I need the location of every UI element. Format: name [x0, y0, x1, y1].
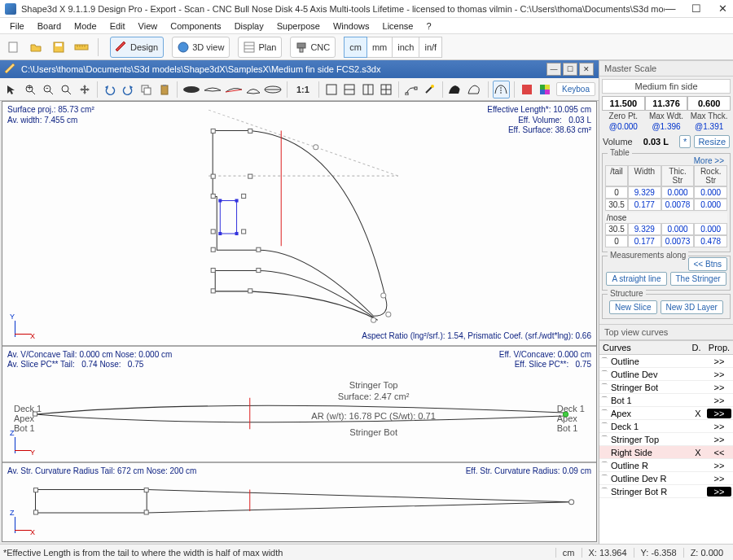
menu-help[interactable]: ?	[419, 20, 437, 33]
curve-props-button[interactable]: >>	[707, 357, 731, 366]
unit-inf-button[interactable]: in/f	[419, 37, 442, 58]
curve-props-button[interactable]: >>	[707, 422, 731, 431]
statusbar: *Effective Length is from the tail to wh…	[0, 544, 733, 560]
zoom-fit-icon[interactable]	[58, 81, 74, 98]
stringer-button[interactable]: The Stringer	[670, 272, 726, 286]
doc-minimize-button[interactable]: —	[546, 63, 561, 76]
menu-mode[interactable]: Mode	[68, 20, 103, 33]
new-3d-layer-button[interactable]: New 3D Layer	[661, 300, 723, 314]
straight-line-button[interactable]: A straight line	[606, 272, 666, 286]
structure-fieldset: Structure New Slice New 3D Layer	[602, 294, 731, 319]
curve-props-button[interactable]: >>	[707, 383, 731, 392]
minimize-button[interactable]: —	[665, 3, 676, 15]
close-button[interactable]: ✕	[717, 3, 728, 15]
menu-display[interactable]: Display	[228, 20, 270, 33]
undo-icon[interactable]	[102, 81, 118, 98]
curve-display-flag[interactable]: X	[689, 409, 707, 418]
dim-thick[interactable]: 0.600	[687, 96, 731, 111]
svg-point-67	[314, 145, 318, 150]
curve-props-button[interactable]: >>	[707, 474, 731, 483]
curve-props-button[interactable]: >>	[707, 396, 731, 405]
palette-grid-icon[interactable]	[537, 81, 553, 98]
btns-toggle[interactable]: << Btns	[688, 257, 727, 271]
curve-props-button[interactable]: >>	[707, 487, 731, 497]
keyboard-button[interactable]: Keyboa	[556, 82, 595, 96]
zoom-ratio[interactable]: 1:1	[292, 85, 314, 94]
zoom-in-icon[interactable]: +	[21, 81, 37, 98]
doc-maximize-button[interactable]: ☐	[563, 63, 577, 76]
curve-display-flag[interactable]: X	[689, 448, 707, 457]
maximize-button[interactable]: ☐	[691, 3, 702, 15]
pane-rocker-view[interactable]: Av. Str. Curvature Radius Tail: 672 cm N…	[2, 463, 596, 541]
redo-icon[interactable]	[120, 81, 136, 98]
doc-close-button[interactable]: ✕	[579, 63, 594, 76]
paste-icon[interactable]	[156, 81, 173, 98]
star-button[interactable]: *	[679, 135, 691, 148]
menu-license[interactable]: License	[376, 20, 420, 33]
menu-file[interactable]: File	[3, 20, 31, 33]
curve-row[interactable]: ⌒Stringer Bot>>	[599, 381, 733, 394]
shape-rocker-icon[interactable]	[224, 81, 244, 98]
unit-cm-button[interactable]: cm	[344, 37, 367, 58]
shape-outline-icon[interactable]	[182, 81, 201, 98]
curve-row[interactable]: ⌒Outline R>>	[599, 459, 733, 472]
curve-props-button[interactable]: >>	[707, 370, 731, 379]
pane-slice-view[interactable]: Av. V/Concave Tail: 0.000 cm Nose: 0.000…	[2, 347, 596, 464]
mode-plan-button[interactable]: Plan	[238, 37, 282, 58]
dim-width[interactable]: 11.376	[645, 96, 688, 111]
curve-props-button[interactable]: >>	[707, 435, 731, 444]
layout-4-icon[interactable]	[378, 81, 394, 98]
new-slice-button[interactable]: New Slice	[609, 300, 656, 314]
pan-icon[interactable]	[76, 81, 92, 98]
mode-3dview-button[interactable]: 3D view	[172, 37, 230, 58]
more-link[interactable]: More >>	[605, 156, 727, 165]
curve-row[interactable]: ⌒Outline Dev>>	[599, 368, 733, 381]
ruler-icon[interactable]	[72, 37, 91, 57]
fin-black-icon[interactable]	[446, 81, 464, 98]
menu-windows[interactable]: Windows	[327, 20, 376, 33]
menu-board[interactable]: Board	[31, 20, 68, 33]
curves-header: Top view curves	[599, 324, 733, 340]
pointer-icon[interactable]	[3, 81, 20, 98]
layout-1-icon[interactable]	[323, 81, 340, 98]
shape-full-icon[interactable]	[263, 81, 283, 98]
palette-red-icon[interactable]	[518, 81, 534, 98]
pane-top-view[interactable]: Surface proj.: 85.73 cm² Av. width: 7.45…	[2, 102, 596, 347]
board-name: Medium fin side	[602, 79, 731, 94]
curve-row[interactable]: ⌒Deck 1>>	[599, 420, 733, 433]
mode-design-button[interactable]: Design	[110, 37, 164, 58]
curve-props-button[interactable]: >>	[707, 461, 731, 470]
zoom-out-icon[interactable]: -	[40, 81, 56, 98]
mode-cnc-button[interactable]: CNC	[290, 37, 336, 58]
shape-slice-icon[interactable]	[245, 81, 261, 98]
unit-mm-button[interactable]: mm	[367, 37, 393, 58]
menu-components[interactable]: Components	[164, 20, 227, 33]
menu-superpose[interactable]: Superpose	[270, 20, 327, 33]
new-icon[interactable]	[3, 37, 23, 57]
curve-row[interactable]: Right SideX<<	[599, 446, 733, 459]
curve-row[interactable]: ⌒ApexX>>	[599, 407, 733, 420]
curve-row[interactable]: ⌒Stringer Bot R>>	[599, 485, 733, 498]
fin-outline-icon[interactable]	[466, 81, 484, 98]
menu-edit[interactable]: Edit	[103, 20, 132, 33]
pane3-info-right: Eff. Str. Curvature Radius: 0.09 cm	[466, 466, 591, 477]
curve-row[interactable]: ⌒Outline Dev R>>	[599, 472, 733, 485]
curve-row[interactable]: ⌒Bot 1>>	[599, 394, 733, 407]
copy-icon[interactable]	[138, 81, 154, 98]
resize-button[interactable]: Resize	[694, 135, 730, 148]
open-icon[interactable]	[26, 37, 46, 57]
wand-icon[interactable]	[421, 81, 437, 98]
dim-length[interactable]: 11.500	[602, 96, 645, 111]
layout-h-icon[interactable]	[341, 81, 358, 98]
mirror-icon[interactable]	[493, 81, 509, 98]
curve-row[interactable]: ⌒Stringer Top>>	[599, 433, 733, 446]
layout-v-icon[interactable]	[359, 81, 375, 98]
curve-props-button[interactable]: >>	[707, 409, 731, 418]
curve-row[interactable]: ⌒Outline>>	[599, 355, 733, 368]
curve-props-button[interactable]: <<	[707, 448, 731, 457]
save-icon[interactable]	[49, 37, 68, 57]
menu-view[interactable]: View	[132, 20, 165, 33]
unit-inch-button[interactable]: inch	[393, 37, 419, 58]
bezier-icon[interactable]	[403, 81, 419, 98]
shape-thickness-icon[interactable]	[203, 81, 222, 98]
